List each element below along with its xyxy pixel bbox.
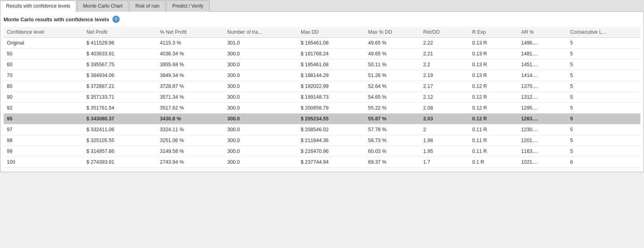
cell-consecutive: 5 (567, 81, 640, 92)
cell-maxdd: $ 185461.08 (298, 38, 365, 49)
cell-netprofit: $ 357133.71 (83, 92, 157, 103)
cell-confidence: 50 (4, 49, 83, 59)
cell-maxpctdd: 50.11 % (365, 59, 420, 70)
cell-ar: 1230.... (518, 124, 567, 135)
cell-pct-netprofit: 3430.8 % (157, 114, 224, 124)
table-row[interactable]: 97$ 332411.063324.11 %300.0$ 208546.0257… (4, 124, 640, 135)
cell-rexp: 0.12 R (469, 103, 518, 114)
table-row[interactable]: 95$ 343080.373430.8 %300.0$ 205234.5555.… (4, 114, 640, 124)
cell-rexp: 0.13 R (469, 59, 518, 70)
cell-netprofit: $ 372887.21 (83, 81, 157, 92)
cell-consecutive: 5 (567, 103, 640, 114)
cell-retdd: 2.08 (420, 103, 469, 114)
cell-numtrades: 300.0 (224, 59, 298, 70)
results-table: Confidence level Net Profit % Net Profit… (4, 27, 640, 168)
col-header-pct-netprofit: % Net Profit (157, 27, 224, 38)
table-row[interactable]: 99$ 314957.863149.58 %300.0$ 216470.9660… (4, 146, 640, 157)
cell-retdd: 2.19 (420, 70, 469, 81)
table-row[interactable]: 50$ 403633.914036.34 %300.0$ 181768.2449… (4, 49, 640, 59)
tab-ruin[interactable]: Risk of ruin (129, 0, 165, 12)
cell-maxpctdd: 58.73 % (365, 135, 420, 146)
cell-consecutive: 5 (567, 70, 640, 81)
cell-confidence: 60 (4, 59, 83, 70)
cell-maxpctdd: 55.87 % (365, 114, 420, 124)
cell-confidence: 92 (4, 103, 83, 114)
cell-maxpctdd: 51.26 % (365, 70, 420, 81)
cell-consecutive: 5 (567, 38, 640, 49)
tab-bar: Results with confidence levels Monte Car… (0, 0, 644, 12)
table-row[interactable]: Original$ 411529.964115.3 %301.0$ 185461… (4, 38, 640, 49)
tab-predict[interactable]: Predict / Verify (166, 0, 209, 12)
cell-maxdd: $ 208546.02 (298, 124, 365, 135)
cell-numtrades: 300.0 (224, 146, 298, 157)
cell-maxpctdd: 49.65 % (365, 49, 420, 59)
cell-maxdd: $ 200858.79 (298, 103, 365, 114)
cell-retdd: 1.95 (420, 146, 469, 157)
cell-pct-netprofit: 3149.58 % (157, 146, 224, 157)
cell-retdd: 2.21 (420, 49, 469, 59)
cell-numtrades: 300.0 (224, 157, 298, 168)
section-title: Monte Carlo results with confidence leve… (4, 16, 109, 22)
cell-maxdd: $ 205234.55 (298, 114, 365, 124)
cell-numtrades: 301.0 (224, 38, 298, 49)
cell-retdd: 2.12 (420, 92, 469, 103)
table-row[interactable]: 60$ 395567.753955.68 %300.0$ 185461.0850… (4, 59, 640, 70)
cell-numtrades: 300.0 (224, 114, 298, 124)
cell-netprofit: $ 384934.06 (83, 70, 157, 81)
cell-ar: 1496.... (518, 38, 567, 49)
cell-ar: 1312.... (518, 92, 567, 103)
cell-numtrades: 300.0 (224, 70, 298, 81)
cell-rexp: 0.13 R (469, 38, 518, 49)
cell-confidence: 80 (4, 81, 83, 92)
cell-confidence: 97 (4, 124, 83, 135)
cell-rexp: 0.12 R (469, 114, 518, 124)
cell-confidence: 70 (4, 70, 83, 81)
tab-montecarlo[interactable]: Monte Carlo Chart (77, 0, 128, 12)
cell-netprofit: $ 274393.91 (83, 157, 157, 168)
section-header: Monte Carlo results with confidence leve… (4, 16, 640, 23)
cell-maxdd: $ 181768.24 (298, 49, 365, 59)
cell-pct-netprofit: 3849.34 % (157, 70, 224, 81)
cell-netprofit: $ 395567.75 (83, 59, 157, 70)
cell-ar: 1163.... (518, 146, 567, 157)
cell-pct-netprofit: 3324.11 % (157, 124, 224, 135)
cell-retdd: 2 (420, 124, 469, 135)
cell-pct-netprofit: 4115.3 % (157, 38, 224, 49)
cell-consecutive: 5 (567, 135, 640, 146)
cell-consecutive: 5 (567, 49, 640, 59)
cell-ar: 1370.... (518, 81, 567, 92)
cell-rexp: 0.11 R (469, 124, 518, 135)
cell-ar: 1414.... (518, 70, 567, 81)
cell-confidence: 90 (4, 92, 83, 103)
table-row[interactable]: 70$ 384934.063849.34 %300.0$ 188144.2951… (4, 70, 640, 81)
table-row[interactable]: 100$ 274393.912743.94 %300.0$ 237744.946… (4, 157, 640, 168)
cell-confidence: Original (4, 38, 83, 49)
tab-results[interactable]: Results with confidence levels (0, 0, 76, 12)
cell-retdd: 2.03 (420, 114, 469, 124)
table-row[interactable]: 80$ 372887.213728.87 %300.0$ 192022.9952… (4, 81, 640, 92)
cell-maxpctdd: 69.37 % (365, 157, 420, 168)
table-row[interactable]: 98$ 325105.553251.06 %300.0$ 211844.3658… (4, 135, 640, 146)
cell-consecutive: 5 (567, 92, 640, 103)
cell-maxpctdd: 49.65 % (365, 38, 420, 49)
table-row[interactable]: 90$ 357133.713571.34 %300.0$ 199148.7354… (4, 92, 640, 103)
cell-consecutive: 5 (567, 114, 640, 124)
cell-ar: 1481.... (518, 49, 567, 59)
col-header-ar: AR % (518, 27, 567, 38)
cell-rexp: 0.12 R (469, 92, 518, 103)
cell-rexp: 0.11 R (469, 146, 518, 157)
table-row[interactable]: 92$ 351761.543517.62 %300.0$ 200858.7955… (4, 103, 640, 114)
table-header-row: Confidence level Net Profit % Net Profit… (4, 27, 640, 38)
cell-consecutive: 5 (567, 124, 640, 135)
col-header-numtrades: Number of tra... (224, 27, 298, 38)
cell-maxdd: $ 237744.94 (298, 157, 365, 168)
cell-maxdd: $ 216470.96 (298, 146, 365, 157)
info-icon[interactable]: ? (112, 16, 120, 23)
cell-maxpctdd: 54.65 % (365, 92, 420, 103)
col-header-netprofit: Net Profit (83, 27, 157, 38)
cell-pct-netprofit: 3728.87 % (157, 81, 224, 92)
cell-netprofit: $ 314957.86 (83, 146, 157, 157)
cell-ar: 1295.... (518, 103, 567, 114)
cell-retdd: 2.22 (420, 38, 469, 49)
cell-confidence: 95 (4, 114, 83, 124)
